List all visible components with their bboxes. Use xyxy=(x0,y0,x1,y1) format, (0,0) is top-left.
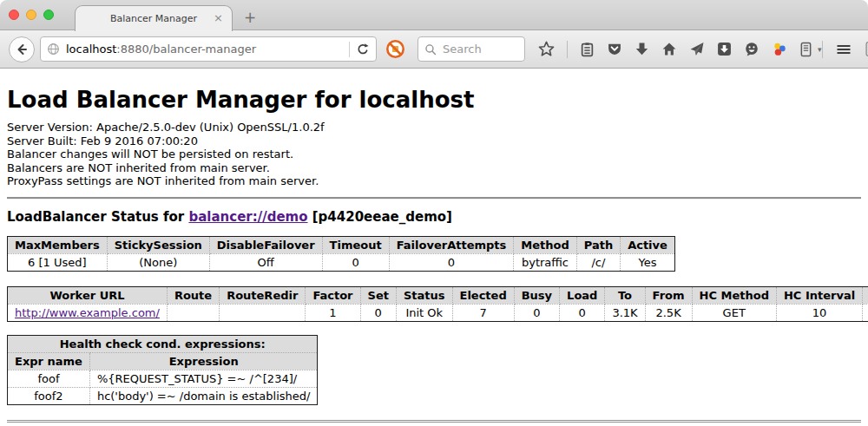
expr-name-value: foof2 xyxy=(8,387,90,404)
column-header: MaxMembers xyxy=(8,236,108,253)
url-bar[interactable]: localhost:8880/balancer-manager xyxy=(40,36,377,62)
globe-icon xyxy=(47,43,60,56)
path-value: /c/ xyxy=(576,253,620,271)
expression-value: %{REQUEST_STATUS} =~ /^[234]/ xyxy=(89,370,318,387)
table-row: foof %{REQUEST_STATUS} =~ /^[234]/ xyxy=(8,370,318,387)
column-header: Active xyxy=(621,236,675,253)
pocket-icon[interactable] xyxy=(607,42,622,56)
table-row: foof2 hc('body') =~ /domain is establish… xyxy=(8,387,318,404)
tab-close-icon[interactable]: × xyxy=(214,12,223,23)
traffic-lights xyxy=(9,10,54,20)
load-value: 0 xyxy=(560,304,605,321)
hc-interval-value: 10 xyxy=(776,304,862,321)
expr-name-value: foof xyxy=(8,370,90,387)
column-header: Status xyxy=(396,286,452,304)
url-host: localhost xyxy=(66,43,116,56)
column-header: HC Interval xyxy=(776,286,862,304)
save-page-icon[interactable] xyxy=(717,42,732,56)
busy-value: 0 xyxy=(514,304,559,321)
divider xyxy=(7,197,861,200)
elected-value: 7 xyxy=(452,304,514,321)
column-header: Path xyxy=(576,236,620,253)
column-header: Factor xyxy=(306,286,360,304)
bookmark-star-icon[interactable] xyxy=(538,41,555,57)
server-built-line: Server Built: Feb 9 2016 07:00:20 xyxy=(7,134,861,148)
container-extension-icon[interactable] xyxy=(799,42,812,57)
table-header-row: Worker URL Route RouteRedir Factor Set S… xyxy=(8,286,868,304)
page-title: Load Balancer Manager for localhost xyxy=(7,87,861,113)
server-info: Server Version: Apache/2.5.0-dev (Unix) … xyxy=(7,121,861,188)
column-header: To xyxy=(605,286,645,304)
browser-window: Balancer Manager × + localhost:8880/bala… xyxy=(0,0,868,426)
route-value xyxy=(167,304,219,321)
failoverattempts-value: 0 xyxy=(389,253,514,271)
column-header: RouteRedir xyxy=(220,286,306,304)
column-header: Worker URL xyxy=(8,286,168,304)
stickysession-value: (None) xyxy=(107,253,209,271)
column-header: Passes xyxy=(863,286,868,304)
column-header: DisableFailover xyxy=(209,236,322,253)
new-tab-button[interactable]: + xyxy=(240,9,260,28)
timeout-value: 0 xyxy=(322,253,389,271)
disablefailover-value: Off xyxy=(209,253,322,271)
column-header: Expression xyxy=(89,352,318,370)
tab-groups-grid-icon[interactable] xyxy=(865,41,868,57)
balancer-status-heading: LoadBalancer Status for balancer://demo … xyxy=(7,209,861,225)
persist-warning-line: Balancer changes will NOT be persisted o… xyxy=(7,147,861,161)
home-icon[interactable] xyxy=(661,42,677,56)
column-header: Load xyxy=(560,286,605,304)
toolbar-divider xyxy=(822,41,823,58)
plugin-blocked-icon[interactable] xyxy=(385,39,405,59)
feedback-smiley-icon[interactable] xyxy=(744,42,760,56)
table-title-row: Health check cond. expressions: xyxy=(8,335,318,352)
table-header-row: MaxMembers StickySession DisableFailover… xyxy=(8,236,675,253)
reload-icon[interactable] xyxy=(356,43,370,56)
search-input[interactable] xyxy=(441,42,510,56)
balancer-demo-link[interactable]: balancer://demo xyxy=(188,209,307,225)
column-header: Timeout xyxy=(322,236,389,253)
to-value: 3.1K xyxy=(605,304,645,321)
menu-hamburger-icon[interactable] xyxy=(835,43,852,56)
health-table-title: Health check cond. expressions: xyxy=(8,335,318,352)
column-header: Elected xyxy=(452,286,514,304)
balancers-warning-line: Balancers are NOT inherited from main se… xyxy=(7,161,861,175)
set-value: 0 xyxy=(360,304,396,321)
method-value: bytraffic xyxy=(514,253,576,271)
search-bar[interactable] xyxy=(418,36,525,62)
column-header: HC Method xyxy=(692,286,776,304)
minimize-window-button[interactable] xyxy=(26,10,36,20)
column-header: Set xyxy=(360,286,396,304)
colored-dots-extension-icon[interactable] xyxy=(772,42,787,57)
bottom-divider xyxy=(7,420,861,423)
tab-bar: Balancer Manager × + xyxy=(0,0,868,30)
column-header: Expr name xyxy=(8,352,90,370)
close-window-button[interactable] xyxy=(9,10,19,20)
column-header: StickySession xyxy=(107,236,209,253)
toolbar-divider xyxy=(567,41,568,58)
url-text: localhost:8880/balancer-manager xyxy=(66,43,256,56)
reading-list-icon[interactable] xyxy=(580,42,595,57)
back-button[interactable] xyxy=(9,36,35,62)
status-value: Init Ok xyxy=(396,304,452,321)
worker-url-link[interactable]: http://www.example.com/ xyxy=(15,306,160,319)
status-prefix: LoadBalancer Status for xyxy=(7,209,188,225)
downloads-icon[interactable] xyxy=(635,42,649,56)
urlbar-divider xyxy=(349,42,350,57)
zoom-window-button[interactable] xyxy=(43,10,54,20)
proxypass-warning-line: ProxyPass settings are NOT inherited fro… xyxy=(7,174,861,188)
column-header: Method xyxy=(514,236,576,253)
back-arrow-icon xyxy=(15,43,29,56)
table-header-row: Expr name Expression xyxy=(8,352,318,370)
url-path: :8880/balancer-manager xyxy=(116,43,256,56)
navigation-toolbar: localhost:8880/balancer-manager xyxy=(0,30,868,69)
tab-balancer-manager[interactable]: Balancer Manager × xyxy=(75,5,233,31)
worker-url-cell: http://www.example.com/ xyxy=(8,304,168,321)
table-row: 6 [1 Used] (None) Off 0 0 bytraffic /c/ … xyxy=(8,253,675,271)
expression-value: hc('body') =~ /domain is established/ xyxy=(89,387,318,404)
from-value: 2.5K xyxy=(645,304,692,321)
column-header: From xyxy=(645,286,692,304)
tab-title: Balancer Manager xyxy=(110,13,197,24)
routeredir-value xyxy=(220,304,306,321)
send-tab-icon[interactable] xyxy=(689,42,705,56)
column-header: FailoverAttempts xyxy=(389,236,514,253)
